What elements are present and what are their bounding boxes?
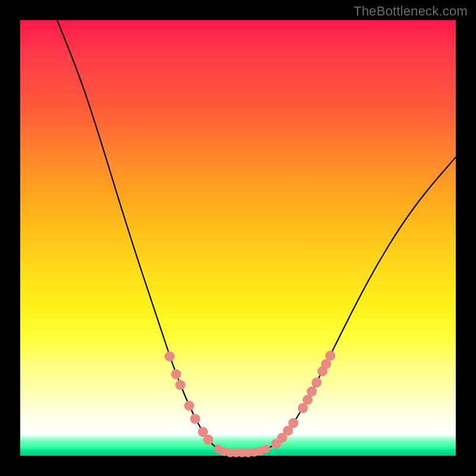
- watermark-text: TheBottleneck.com: [353, 4, 468, 19]
- curve-svg: [20, 20, 456, 456]
- right-branch-dots: [271, 351, 336, 449]
- data-point: [312, 378, 322, 388]
- data-point: [325, 351, 336, 361]
- data-point: [171, 369, 181, 380]
- left-branch-dots: [165, 352, 214, 445]
- data-point: [165, 352, 175, 362]
- data-point: [262, 445, 271, 454]
- data-point: [176, 380, 186, 390]
- bottleneck-curve: [57, 20, 456, 453]
- data-point: [190, 414, 201, 424]
- data-point: [289, 418, 299, 428]
- data-point: [184, 401, 195, 411]
- data-point: [203, 435, 214, 445]
- chart-frame: TheBottleneck.com: [0, 0, 476, 476]
- data-point: [307, 387, 317, 397]
- plot-area: [20, 20, 456, 456]
- bottom-flat-dots: [214, 445, 271, 458]
